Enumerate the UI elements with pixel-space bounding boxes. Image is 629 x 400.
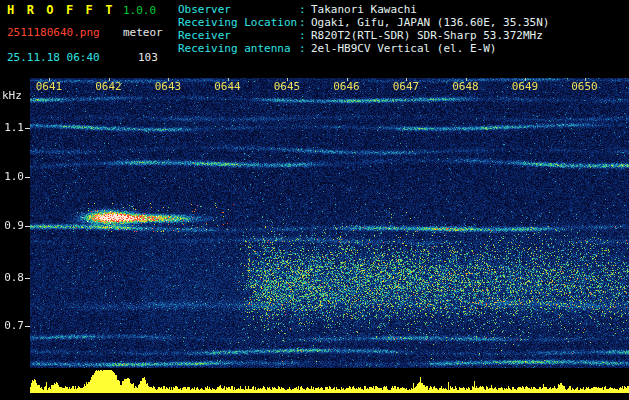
output-filename: 2511180640.png [7,27,100,39]
info-label: Observer [178,4,299,16]
freq-tick-label: 0.8 [2,272,24,284]
info-colon: : [299,43,311,55]
info-value: Ogaki, Gifu, JAPAN (136.60E, 35.35N) [311,17,549,29]
info-colon: : [299,4,311,16]
freq-tick-label: 0.7 [2,320,24,332]
info-row-location: Receiving Location : Ogaki, Gifu, JAPAN … [178,17,549,29]
freq-axis-unit: kHz [2,90,24,102]
freq-tick-label: 1.0 [2,171,24,183]
time-tick-label: 0646 [333,81,360,93]
info-label: Receiver [178,30,299,42]
hrofft-output-window: H R O F F T 1.0.0 2511180640.png meteor … [0,0,629,400]
app-title: H R O F F T [7,4,115,16]
info-value: R820T2(RTL-SDR) SDR-Sharp 53.372MHz [311,30,543,42]
info-value: Takanori Kawachi [311,4,417,16]
info-row-antenna: Receiving antenna : 2el-HB9CV Vertical (… [178,43,496,55]
info-row-receiver: Receiver : R820T2(RTL-SDR) SDR-Sharp 53.… [178,30,543,42]
info-row-observer: Observer : Takanori Kawachi [178,4,417,16]
timestamp: 25.11.18 06:40 [7,52,100,64]
time-tick-label: 0642 [95,81,122,93]
time-tick-label: 0644 [214,81,241,93]
time-tick-label: 0647 [393,81,420,93]
freq-tick-label: 1.1 [2,122,24,134]
time-tick-label: 0645 [274,81,301,93]
time-tick-label: 0648 [452,81,479,93]
info-value: 2el-HB9CV Vertical (el. E-W) [311,43,496,55]
mode-label: meteor [123,27,163,39]
spectrogram-canvas [0,78,629,400]
info-colon: : [299,30,311,42]
info-label: Receiving Location [178,17,299,29]
info-colon: : [299,17,311,29]
freq-tick-label: 0.9 [2,220,24,232]
app-version: 1.0.0 [123,5,156,17]
echo-count: 103 [138,52,158,64]
time-tick-label: 0650 [571,81,598,93]
time-tick-label: 0643 [155,81,182,93]
time-tick-label: 0649 [512,81,539,93]
info-label: Receiving antenna [178,43,299,55]
time-tick-label: 0641 [36,81,63,93]
